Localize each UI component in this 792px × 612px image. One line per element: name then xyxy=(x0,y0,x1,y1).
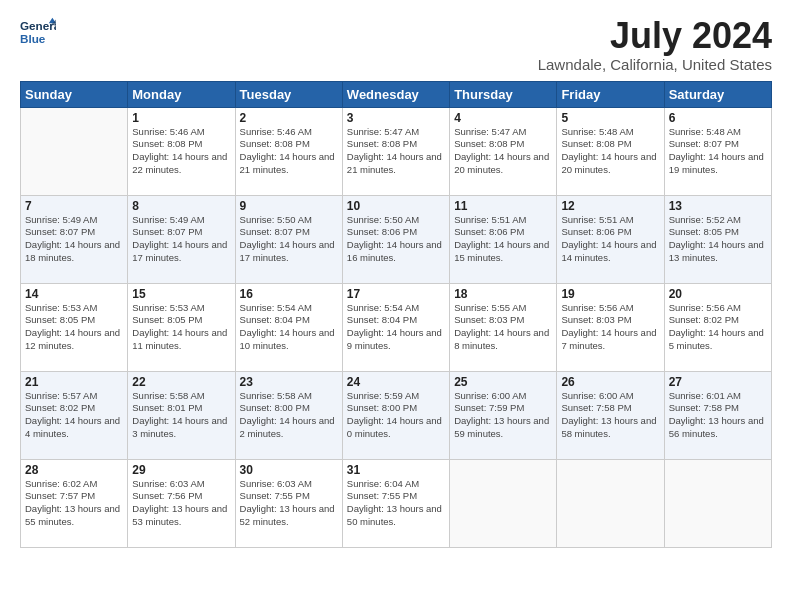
day-number: 28 xyxy=(25,463,123,477)
day-number: 26 xyxy=(561,375,659,389)
logo-icon: General Blue xyxy=(20,16,56,52)
day-info: Sunrise: 5:57 AMSunset: 8:02 PMDaylight:… xyxy=(25,390,123,441)
col-monday: Monday xyxy=(128,81,235,107)
calendar-table: Sunday Monday Tuesday Wednesday Thursday… xyxy=(20,81,772,548)
calendar-day: 3Sunrise: 5:47 AMSunset: 8:08 PMDaylight… xyxy=(342,107,449,195)
day-info: Sunrise: 6:04 AMSunset: 7:55 PMDaylight:… xyxy=(347,478,445,529)
day-number: 20 xyxy=(669,287,767,301)
day-number: 1 xyxy=(132,111,230,125)
day-number: 21 xyxy=(25,375,123,389)
title-area: July 2024 Lawndale, California, United S… xyxy=(538,16,772,73)
day-number: 10 xyxy=(347,199,445,213)
calendar-day: 28Sunrise: 6:02 AMSunset: 7:57 PMDayligh… xyxy=(21,459,128,547)
day-info: Sunrise: 5:54 AMSunset: 8:04 PMDaylight:… xyxy=(347,302,445,353)
calendar-week-5: 28Sunrise: 6:02 AMSunset: 7:57 PMDayligh… xyxy=(21,459,772,547)
calendar-subtitle: Lawndale, California, United States xyxy=(538,56,772,73)
day-number: 3 xyxy=(347,111,445,125)
logo: General Blue xyxy=(20,16,60,52)
day-number: 16 xyxy=(240,287,338,301)
calendar-week-4: 21Sunrise: 5:57 AMSunset: 8:02 PMDayligh… xyxy=(21,371,772,459)
calendar-day xyxy=(21,107,128,195)
calendar-day: 11Sunrise: 5:51 AMSunset: 8:06 PMDayligh… xyxy=(450,195,557,283)
calendar-day: 21Sunrise: 5:57 AMSunset: 8:02 PMDayligh… xyxy=(21,371,128,459)
calendar-day: 9Sunrise: 5:50 AMSunset: 8:07 PMDaylight… xyxy=(235,195,342,283)
calendar-week-3: 14Sunrise: 5:53 AMSunset: 8:05 PMDayligh… xyxy=(21,283,772,371)
calendar-day: 24Sunrise: 5:59 AMSunset: 8:00 PMDayligh… xyxy=(342,371,449,459)
day-number: 7 xyxy=(25,199,123,213)
calendar-day: 18Sunrise: 5:55 AMSunset: 8:03 PMDayligh… xyxy=(450,283,557,371)
day-info: Sunrise: 5:58 AMSunset: 8:00 PMDaylight:… xyxy=(240,390,338,441)
calendar-day: 7Sunrise: 5:49 AMSunset: 8:07 PMDaylight… xyxy=(21,195,128,283)
day-number: 14 xyxy=(25,287,123,301)
col-saturday: Saturday xyxy=(664,81,771,107)
calendar-day: 31Sunrise: 6:04 AMSunset: 7:55 PMDayligh… xyxy=(342,459,449,547)
col-sunday: Sunday xyxy=(21,81,128,107)
calendar-day: 17Sunrise: 5:54 AMSunset: 8:04 PMDayligh… xyxy=(342,283,449,371)
page: General Blue July 2024 Lawndale, Califor… xyxy=(0,0,792,558)
calendar-day: 15Sunrise: 5:53 AMSunset: 8:05 PMDayligh… xyxy=(128,283,235,371)
calendar-day: 8Sunrise: 5:49 AMSunset: 8:07 PMDaylight… xyxy=(128,195,235,283)
day-number: 25 xyxy=(454,375,552,389)
day-info: Sunrise: 5:52 AMSunset: 8:05 PMDaylight:… xyxy=(669,214,767,265)
day-info: Sunrise: 5:59 AMSunset: 8:00 PMDaylight:… xyxy=(347,390,445,441)
day-info: Sunrise: 5:46 AMSunset: 8:08 PMDaylight:… xyxy=(132,126,230,177)
day-number: 19 xyxy=(561,287,659,301)
calendar-day: 14Sunrise: 5:53 AMSunset: 8:05 PMDayligh… xyxy=(21,283,128,371)
day-info: Sunrise: 6:02 AMSunset: 7:57 PMDaylight:… xyxy=(25,478,123,529)
day-info: Sunrise: 6:03 AMSunset: 7:56 PMDaylight:… xyxy=(132,478,230,529)
day-info: Sunrise: 6:00 AMSunset: 7:58 PMDaylight:… xyxy=(561,390,659,441)
day-info: Sunrise: 6:03 AMSunset: 7:55 PMDaylight:… xyxy=(240,478,338,529)
day-info: Sunrise: 5:56 AMSunset: 8:03 PMDaylight:… xyxy=(561,302,659,353)
calendar-day: 13Sunrise: 5:52 AMSunset: 8:05 PMDayligh… xyxy=(664,195,771,283)
calendar-day xyxy=(664,459,771,547)
day-number: 12 xyxy=(561,199,659,213)
day-number: 4 xyxy=(454,111,552,125)
day-number: 11 xyxy=(454,199,552,213)
col-thursday: Thursday xyxy=(450,81,557,107)
calendar-day: 20Sunrise: 5:56 AMSunset: 8:02 PMDayligh… xyxy=(664,283,771,371)
day-info: Sunrise: 5:58 AMSunset: 8:01 PMDaylight:… xyxy=(132,390,230,441)
day-info: Sunrise: 5:48 AMSunset: 8:07 PMDaylight:… xyxy=(669,126,767,177)
day-info: Sunrise: 5:47 AMSunset: 8:08 PMDaylight:… xyxy=(454,126,552,177)
day-info: Sunrise: 6:00 AMSunset: 7:59 PMDaylight:… xyxy=(454,390,552,441)
header: General Blue July 2024 Lawndale, Califor… xyxy=(20,16,772,73)
calendar-day: 2Sunrise: 5:46 AMSunset: 8:08 PMDaylight… xyxy=(235,107,342,195)
calendar-day: 26Sunrise: 6:00 AMSunset: 7:58 PMDayligh… xyxy=(557,371,664,459)
svg-text:Blue: Blue xyxy=(20,32,46,45)
day-info: Sunrise: 6:01 AMSunset: 7:58 PMDaylight:… xyxy=(669,390,767,441)
calendar-day: 4Sunrise: 5:47 AMSunset: 8:08 PMDaylight… xyxy=(450,107,557,195)
day-info: Sunrise: 5:51 AMSunset: 8:06 PMDaylight:… xyxy=(454,214,552,265)
calendar-day: 6Sunrise: 5:48 AMSunset: 8:07 PMDaylight… xyxy=(664,107,771,195)
calendar-day: 1Sunrise: 5:46 AMSunset: 8:08 PMDaylight… xyxy=(128,107,235,195)
day-info: Sunrise: 5:46 AMSunset: 8:08 PMDaylight:… xyxy=(240,126,338,177)
calendar-day: 29Sunrise: 6:03 AMSunset: 7:56 PMDayligh… xyxy=(128,459,235,547)
col-tuesday: Tuesday xyxy=(235,81,342,107)
day-number: 9 xyxy=(240,199,338,213)
calendar-day: 22Sunrise: 5:58 AMSunset: 8:01 PMDayligh… xyxy=(128,371,235,459)
calendar-day: 10Sunrise: 5:50 AMSunset: 8:06 PMDayligh… xyxy=(342,195,449,283)
day-info: Sunrise: 5:53 AMSunset: 8:05 PMDaylight:… xyxy=(25,302,123,353)
calendar-day: 12Sunrise: 5:51 AMSunset: 8:06 PMDayligh… xyxy=(557,195,664,283)
day-number: 29 xyxy=(132,463,230,477)
day-number: 23 xyxy=(240,375,338,389)
day-number: 24 xyxy=(347,375,445,389)
calendar-title: July 2024 xyxy=(538,16,772,56)
day-info: Sunrise: 5:49 AMSunset: 8:07 PMDaylight:… xyxy=(25,214,123,265)
day-number: 5 xyxy=(561,111,659,125)
calendar-day: 23Sunrise: 5:58 AMSunset: 8:00 PMDayligh… xyxy=(235,371,342,459)
day-info: Sunrise: 5:48 AMSunset: 8:08 PMDaylight:… xyxy=(561,126,659,177)
calendar-day: 30Sunrise: 6:03 AMSunset: 7:55 PMDayligh… xyxy=(235,459,342,547)
day-info: Sunrise: 5:49 AMSunset: 8:07 PMDaylight:… xyxy=(132,214,230,265)
calendar-day: 5Sunrise: 5:48 AMSunset: 8:08 PMDaylight… xyxy=(557,107,664,195)
calendar-day: 27Sunrise: 6:01 AMSunset: 7:58 PMDayligh… xyxy=(664,371,771,459)
day-info: Sunrise: 5:50 AMSunset: 8:07 PMDaylight:… xyxy=(240,214,338,265)
day-number: 30 xyxy=(240,463,338,477)
day-info: Sunrise: 5:54 AMSunset: 8:04 PMDaylight:… xyxy=(240,302,338,353)
day-number: 2 xyxy=(240,111,338,125)
day-info: Sunrise: 5:55 AMSunset: 8:03 PMDaylight:… xyxy=(454,302,552,353)
calendar-day: 25Sunrise: 6:00 AMSunset: 7:59 PMDayligh… xyxy=(450,371,557,459)
calendar-week-2: 7Sunrise: 5:49 AMSunset: 8:07 PMDaylight… xyxy=(21,195,772,283)
day-number: 8 xyxy=(132,199,230,213)
day-number: 13 xyxy=(669,199,767,213)
day-number: 6 xyxy=(669,111,767,125)
